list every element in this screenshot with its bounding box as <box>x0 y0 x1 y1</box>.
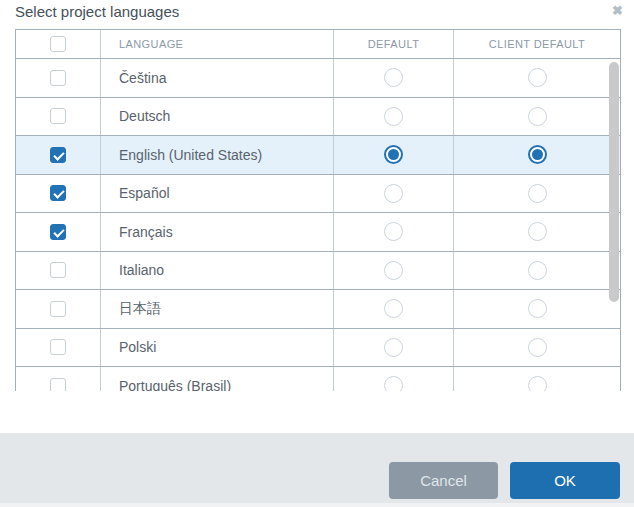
default-radio[interactable] <box>384 184 403 203</box>
checkbox-cell <box>16 213 101 251</box>
select-all-cell <box>16 30 101 58</box>
default-cell <box>334 290 454 328</box>
language-label: Italiano <box>101 252 334 290</box>
language-label: Čeština <box>101 59 334 97</box>
default-cell <box>334 59 454 97</box>
table-row[interactable]: English (United States) <box>16 136 620 175</box>
default-cell <box>334 98 454 136</box>
select-languages-dialog: Select project languages ✖ LANGUAGE DEFA… <box>0 0 634 507</box>
checkbox-cell <box>16 175 101 213</box>
table-row[interactable]: Deutsch <box>16 98 620 137</box>
client-default-cell <box>454 98 620 136</box>
client-default-radio[interactable] <box>528 184 547 203</box>
select-all-checkbox[interactable] <box>50 36 66 52</box>
client-default-radio[interactable] <box>528 107 547 126</box>
client-default-cell <box>454 136 620 174</box>
default-radio[interactable] <box>384 338 403 357</box>
client-default-cell <box>454 213 620 251</box>
language-label: English (United States) <box>101 136 334 174</box>
default-cell <box>334 213 454 251</box>
checkbox-cell <box>16 98 101 136</box>
client-default-cell <box>454 59 620 97</box>
language-label: Polski <box>101 329 334 367</box>
checkbox-cell <box>16 59 101 97</box>
default-cell <box>334 136 454 174</box>
language-checkbox[interactable] <box>50 301 66 317</box>
language-checkbox[interactable] <box>50 262 66 278</box>
language-checkbox[interactable] <box>50 147 66 163</box>
checkbox-cell <box>16 329 101 367</box>
table-row[interactable]: Polski <box>16 329 620 368</box>
client-default-radio[interactable] <box>528 145 547 164</box>
client-default-cell <box>454 290 620 328</box>
checkbox-cell <box>16 136 101 174</box>
language-checkbox[interactable] <box>50 108 66 124</box>
default-column-header: DEFAULT <box>334 30 454 58</box>
client-default-radio[interactable] <box>528 299 547 318</box>
language-label: Deutsch <box>101 98 334 136</box>
language-checkbox[interactable] <box>50 70 66 86</box>
table-body: ČeštinaDeutschEnglish (United States)Esp… <box>16 59 620 391</box>
close-icon[interactable]: ✖ <box>612 4 623 17</box>
language-column-header: LANGUAGE <box>101 30 334 58</box>
table-row[interactable]: Español <box>16 175 620 214</box>
table-header-row: LANGUAGE DEFAULT CLIENT DEFAULT <box>16 30 620 59</box>
client-default-cell <box>454 175 620 213</box>
language-label: Español <box>101 175 334 213</box>
client-default-cell <box>454 329 620 367</box>
checkbox-cell <box>16 367 101 391</box>
table-row[interactable]: 日本語 <box>16 290 620 329</box>
ok-button[interactable]: OK <box>510 462 620 499</box>
client-default-column-header: CLIENT DEFAULT <box>454 30 620 58</box>
dialog-footer: Cancel OK <box>0 433 634 503</box>
default-cell <box>334 175 454 213</box>
default-radio[interactable] <box>384 222 403 241</box>
table-row[interactable]: Čeština <box>16 59 620 98</box>
languages-table: LANGUAGE DEFAULT CLIENT DEFAULT ČeštinaD… <box>15 29 621 391</box>
client-default-radio[interactable] <box>528 376 547 391</box>
scrollbar-thumb[interactable] <box>609 62 619 302</box>
default-radio[interactable] <box>384 376 403 391</box>
page-background-strip <box>0 503 634 507</box>
default-radio[interactable] <box>384 68 403 87</box>
cancel-button[interactable]: Cancel <box>389 462 498 499</box>
default-cell <box>334 367 454 391</box>
default-cell <box>334 329 454 367</box>
table-row[interactable]: Italiano <box>16 252 620 291</box>
table-row[interactable]: Français <box>16 213 620 252</box>
dialog-title: Select project languages <box>15 3 179 20</box>
default-cell <box>334 252 454 290</box>
default-radio[interactable] <box>384 145 403 164</box>
language-checkbox[interactable] <box>50 339 66 355</box>
language-checkbox[interactable] <box>50 378 66 391</box>
client-default-cell <box>454 367 620 391</box>
checkbox-cell <box>16 290 101 328</box>
client-default-radio[interactable] <box>528 222 547 241</box>
default-radio[interactable] <box>384 261 403 280</box>
client-default-radio[interactable] <box>528 68 547 87</box>
checkbox-cell <box>16 252 101 290</box>
default-radio[interactable] <box>384 299 403 318</box>
default-radio[interactable] <box>384 107 403 126</box>
language-checkbox[interactable] <box>50 224 66 240</box>
client-default-cell <box>454 252 620 290</box>
language-label: 日本語 <box>101 290 334 328</box>
client-default-radio[interactable] <box>528 338 547 357</box>
language-label: Français <box>101 213 334 251</box>
language-label: Português (Brasil) <box>101 367 334 391</box>
language-checkbox[interactable] <box>50 185 66 201</box>
table-row[interactable]: Português (Brasil) <box>16 367 620 391</box>
client-default-radio[interactable] <box>528 261 547 280</box>
